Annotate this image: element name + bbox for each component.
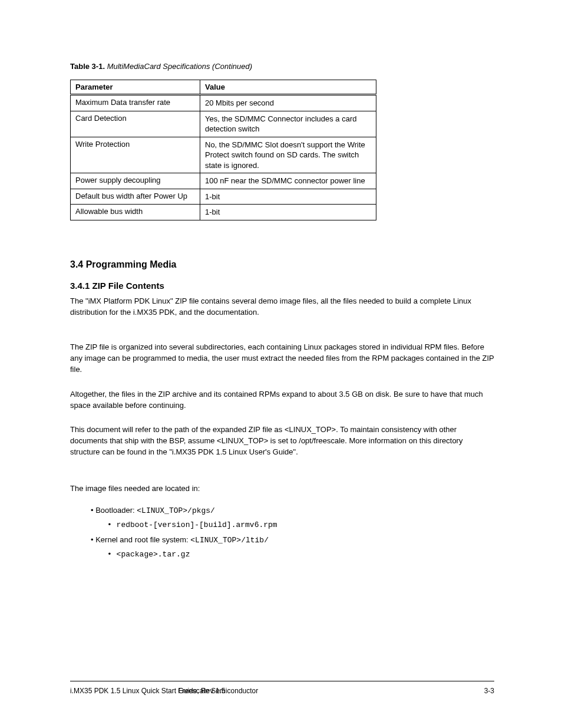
sublist: redboot-[version]-[build].armv6.rpm [107, 519, 491, 531]
list-item-path: <LINUX_TOP>/pkgs/ [137, 506, 215, 515]
spec-table: Parameter Value Maximum Data transfer ra… [70, 80, 376, 220]
table-cell-value: 1-bit [200, 205, 376, 220]
table-cell-value: Yes, the SD/MMC Connector includes a car… [200, 111, 376, 137]
table-cell-value: No, the SD/MMC Slot doesn't support the … [200, 137, 376, 173]
paragraph: The image files needed are located in: [70, 483, 494, 495]
list-item: redboot-[version]-[build].armv6.rpm [107, 519, 491, 531]
footer-rule [70, 681, 494, 681]
paragraph: This document will refer to the path of … [70, 424, 494, 458]
footer-right: Freescale Semiconductor 3-3 [178, 687, 494, 695]
table-header-parameter: Parameter [71, 80, 200, 95]
table-cell-value: 1-bit [200, 189, 376, 205]
list-item: Kernel and root file system: <LINUX_TOP>… [91, 534, 491, 560]
table-row: Allowable bus width 1-bit [71, 205, 376, 220]
footer-company: Freescale Semiconductor [178, 687, 258, 695]
table-row: Write Protection No, the SD/MMC Slot doe… [71, 137, 376, 173]
list-item: <package>.tar.gz [107, 549, 491, 561]
table-caption-text: MultiMediaCard Specifications (Continued… [107, 62, 252, 71]
table-cell-param: Allowable bus width [71, 205, 200, 220]
table-caption-label: Table 3-1. [70, 62, 105, 71]
table-cell-param: Default bus width after Power Up [71, 189, 200, 205]
paragraph: The ZIP file is organized into several s… [70, 342, 494, 375]
table-cell-value: 20 Mbits per second [200, 95, 376, 111]
table-header-value: Value [200, 80, 376, 95]
table-cell-param: Power supply decoupling [71, 173, 200, 189]
list-item-prefix: Kernel and root file system: [95, 535, 190, 544]
table-cell-param: Card Detection [71, 111, 200, 137]
paragraph: The "iMX Platform PDK Linux" ZIP file co… [70, 296, 494, 318]
table-row: Maximum Data transfer rate 20 Mbits per … [71, 95, 376, 111]
table-cell-param: Write Protection [71, 137, 200, 173]
table-cell-value: 100 nF near the SD/MMC connector power l… [200, 173, 376, 189]
image-location-list: Bootloader: <LINUX_TOP>/pkgs/ redboot-[v… [91, 505, 491, 564]
sublist: <package>.tar.gz [107, 549, 491, 561]
footer-page-number: 3-3 [484, 687, 494, 695]
paragraph: Altogether, the files in the ZIP archive… [70, 389, 494, 411]
table-row: Card Detection Yes, the SD/MMC Connector… [71, 111, 376, 137]
list-item-path: <LINUX_TOP>/ltib/ [190, 536, 269, 545]
section-heading-zip: 3.4.1 ZIP File Contents [70, 281, 164, 291]
table-row: Power supply decoupling 100 nF near the … [71, 173, 376, 189]
list-item: Bootloader: <LINUX_TOP>/pkgs/ redboot-[v… [91, 505, 491, 531]
table-row: Default bus width after Power Up 1-bit [71, 189, 376, 205]
section-heading-media: 3.4 Programming Media [70, 259, 177, 270]
list-item-prefix: Bootloader: [95, 506, 137, 515]
table-caption: Table 3-1. MultiMediaCard Specifications… [70, 62, 252, 71]
table-cell-param: Maximum Data transfer rate [71, 95, 200, 111]
